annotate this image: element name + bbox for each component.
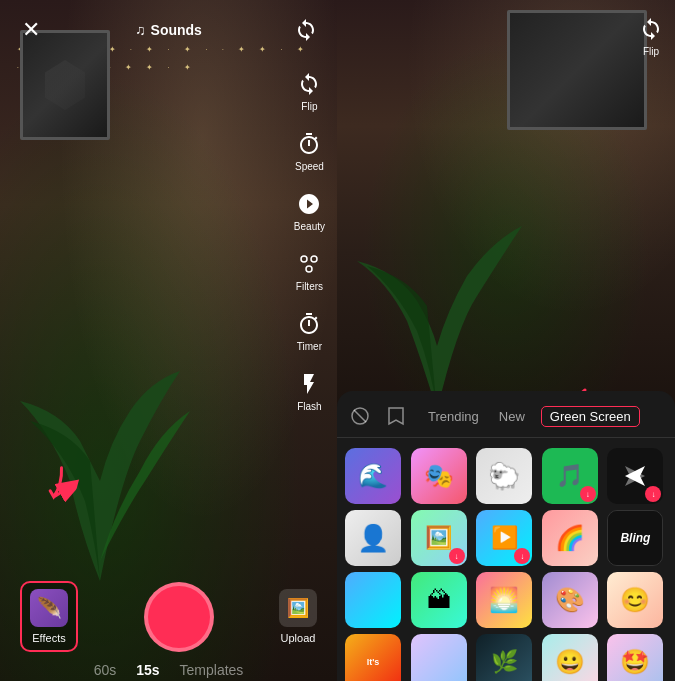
trending-tab[interactable]: Trending — [424, 407, 483, 426]
bottom-bar-left: 🪶 Effects 🖼️ Upload 60s 15s Templates — [0, 571, 337, 681]
picture-frame-right — [507, 10, 647, 130]
flip-control-right[interactable]: Flip — [637, 15, 665, 57]
upload-icon: 🖼️ — [279, 589, 317, 627]
speed-label: Speed — [295, 161, 324, 172]
beauty-control[interactable]: Beauty — [294, 190, 325, 232]
effect-item-20[interactable]: 🤩 — [607, 634, 663, 681]
camera-controls-right: Flip Speed Beauty — [294, 70, 325, 412]
svg-point-2 — [306, 266, 312, 272]
svg-point-0 — [301, 256, 307, 262]
left-camera-panel: ✕ ♫ Sounds Flip Speed — [0, 0, 337, 681]
flip-icon-right — [637, 15, 665, 43]
filters-control[interactable]: Filters — [295, 250, 323, 292]
timer-icon — [295, 310, 323, 338]
effect-item-16[interactable]: It's — [345, 634, 401, 681]
effect-item-9[interactable]: 🌈 — [542, 510, 598, 566]
effect-item-2[interactable]: 🎭 — [411, 448, 467, 504]
effect-item-14[interactable]: 🎨 — [542, 572, 598, 628]
duration-60s[interactable]: 60s — [94, 662, 117, 678]
filters-icon — [295, 250, 323, 278]
beauty-icon — [295, 190, 323, 218]
speed-control[interactable]: Speed — [295, 130, 324, 172]
effect-item-10[interactable]: Bling — [607, 510, 663, 566]
new-tab[interactable]: New — [495, 407, 529, 426]
effect-item-5[interactable]: ↓ — [607, 448, 663, 504]
sounds-icon: ♫ — [135, 22, 146, 38]
top-bar-left: ✕ ♫ Sounds — [0, 0, 337, 60]
timer-control[interactable]: Timer — [295, 310, 323, 352]
beauty-label: Beauty — [294, 221, 325, 232]
effects-tab-icons — [347, 403, 409, 429]
svg-line-6 — [354, 410, 366, 422]
effects-panel: Trending New Green Screen 🌊 🎭 🐑 — [337, 391, 675, 681]
duration-tabs: 60s 15s Templates — [0, 662, 337, 681]
effect-item-17[interactable] — [411, 634, 467, 681]
right-camera-panel: Flip — [337, 0, 675, 681]
sounds-label-text: Sounds — [151, 22, 202, 38]
flip-label-right: Flip — [643, 46, 659, 57]
flash-label: Flash — [297, 401, 321, 412]
flash-icon — [295, 370, 323, 398]
sounds-button[interactable]: ♫ Sounds — [135, 22, 202, 38]
flip-icon — [295, 70, 323, 98]
effect-item-13[interactable]: 🌅 — [476, 572, 532, 628]
speed-icon — [295, 130, 323, 158]
effects-grid: 🌊 🎭 🐑 🎵 ↓ — [337, 438, 675, 681]
svg-point-1 — [311, 256, 317, 262]
effect-item-8[interactable]: ▶️ ↓ — [476, 510, 532, 566]
effect-item-12[interactable]: 🏔 — [411, 572, 467, 628]
bookmark-icon[interactable] — [383, 403, 409, 429]
effect-item-4[interactable]: 🎵 ↓ — [542, 448, 598, 504]
filters-label: Filters — [296, 281, 323, 292]
green-screen-tab[interactable]: Green Screen — [541, 406, 640, 427]
effect-item-19[interactable]: 😀 — [542, 634, 598, 681]
record-button[interactable] — [144, 582, 214, 652]
upload-button[interactable]: 🖼️ Upload — [279, 589, 317, 644]
effect-item-15[interactable]: 😊 — [607, 572, 663, 628]
effect-item-11[interactable] — [345, 572, 401, 628]
effect-item-6[interactable]: 👤 — [345, 510, 401, 566]
effect-item-18[interactable]: 🌿 — [476, 634, 532, 681]
camera-flip-icon-top[interactable] — [290, 14, 322, 46]
effect-item-3[interactable]: 🐑 — [476, 448, 532, 504]
top-bar-right: Flip — [637, 0, 665, 57]
effects-icon: 🪶 — [30, 589, 68, 627]
no-effect-icon[interactable] — [347, 403, 373, 429]
effects-button[interactable]: 🪶 Effects — [20, 581, 78, 652]
duration-templates[interactable]: Templates — [180, 662, 244, 678]
duration-15s[interactable]: 15s — [136, 662, 159, 678]
flash-control[interactable]: Flash — [295, 370, 323, 412]
effects-tab-labels: Trending New Green Screen — [424, 406, 665, 427]
close-button[interactable]: ✕ — [15, 14, 47, 46]
bottom-controls-row: 🪶 Effects 🖼️ Upload — [0, 571, 337, 662]
effects-label: Effects — [32, 632, 65, 644]
timer-label: Timer — [297, 341, 322, 352]
upload-label: Upload — [281, 632, 316, 644]
effect-item-7[interactable]: 🖼️ ↓ — [411, 510, 467, 566]
effect-item-1[interactable]: 🌊 — [345, 448, 401, 504]
flip-control[interactable]: Flip — [295, 70, 323, 112]
effects-tab-bar: Trending New Green Screen — [337, 391, 675, 438]
flip-label: Flip — [301, 101, 317, 112]
